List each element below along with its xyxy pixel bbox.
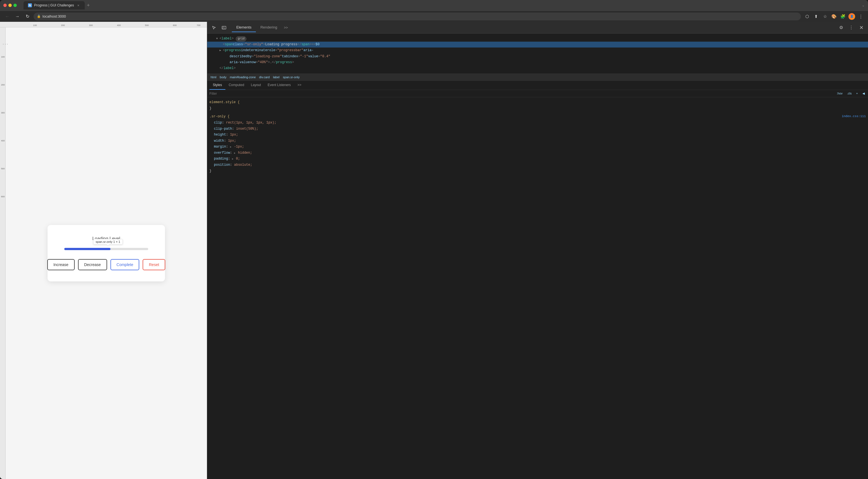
sr-only-properties: clip: rect(1px, 1px, 1px, 1px); clip-pat… <box>210 120 866 168</box>
profile-avatar: 👤 <box>848 13 855 20</box>
lock-icon: 🔒 <box>37 14 41 18</box>
profile-button[interactable]: 👤 <box>848 12 856 21</box>
padding-expand[interactable]: ▶ <box>232 158 234 160</box>
styles-tab-styles[interactable]: Styles <box>210 81 225 90</box>
dom-line-progress: ▶ <progress indeterminate role="progress… <box>207 47 868 53</box>
ruler-mark-v-100: 100 <box>1 56 5 58</box>
dom-line-span-sr-only[interactable]: ··· <span class="sr-only">Loading progre… <box>207 42 868 47</box>
svg-rect-0 <box>222 26 226 29</box>
dom-line-progress-cont: describedby="loading-zone" tabindex="-1"… <box>207 54 868 60</box>
tab-label: Progress | GUI Challenges <box>34 3 74 7</box>
ruler-mark-600: 600 <box>173 24 177 27</box>
ruler-mark-700: 700 <box>196 24 200 27</box>
progress-container: span.sr-only 1 × 1 <box>64 248 148 250</box>
prop-height: height: 1px; <box>214 132 866 138</box>
inspect-element-button[interactable] <box>210 23 218 32</box>
filter-cls[interactable]: .cls <box>846 91 853 96</box>
overflow-expand[interactable]: ▶ <box>234 152 236 154</box>
address-bar[interactable]: 🔒 localhost:3000 <box>34 12 801 21</box>
extension-button-2[interactable]: 🧩 <box>839 12 847 21</box>
styles-tab-layout[interactable]: Layout <box>247 81 264 90</box>
refresh-button[interactable]: ↻ <box>24 12 31 21</box>
breadcrumb-bar: html body main#loading-zone div.card lab… <box>207 74 868 81</box>
close-button[interactable] <box>3 4 7 7</box>
filter-actions: :hov .cls + ◀ <box>836 91 866 96</box>
filter-back[interactable]: ◀ <box>861 91 866 96</box>
new-tab-button[interactable]: + <box>85 3 92 8</box>
complete-button[interactable]: Complete <box>111 259 140 270</box>
style-source[interactable]: index.css:111 <box>842 114 866 119</box>
styles-panel: Styles Computed Layout Event Listeners >… <box>207 81 868 479</box>
span-tooltip: span.sr-only 1 × 1 <box>93 239 123 245</box>
expand-progress-arrow[interactable]: ▶ <box>219 49 223 53</box>
loading-card: Loading Level span.sr-only 1 × 1 Increas… <box>48 225 165 281</box>
sr-only-selector-line: .sr-only { index.css:111 <box>210 114 866 120</box>
tabs-more[interactable]: >> <box>282 26 290 30</box>
prop-margin: margin: ▶ -1px; <box>214 144 866 150</box>
breadcrumb-span[interactable]: span.sr-only <box>282 75 301 79</box>
tab-favicon: 🔄 <box>28 3 32 7</box>
bookmark-button[interactable]: ☆ <box>821 12 829 21</box>
ruler-mark-v-200: 200 <box>1 84 5 86</box>
page-inner: Loading Level span.sr-only 1 × 1 Increas… <box>6 27 207 479</box>
filter-input[interactable] <box>210 92 833 96</box>
breadcrumb-body[interactable]: body <box>219 75 228 79</box>
styles-tab-more[interactable]: >> <box>294 81 305 90</box>
traffic-lights <box>3 4 17 7</box>
page-content: 100 200 300 400 500 600 700 100 200 300 … <box>0 22 207 479</box>
element-style-selector: element.style { <box>210 99 866 106</box>
back-button[interactable]: ← <box>3 12 11 21</box>
content-area: 100 200 300 400 500 600 700 100 200 300 … <box>0 22 868 479</box>
styles-tabs: Styles Computed Layout Event Listeners >… <box>207 81 868 90</box>
devtools-panel: Elements Rendering >> ⚙ ⋮ ✕ ▼ <label> gr… <box>207 22 868 479</box>
breadcrumb-div[interactable]: div.card <box>258 75 271 79</box>
reset-button[interactable]: Reset <box>143 259 165 270</box>
devtools-toolbar: Elements Rendering >> ⚙ ⋮ ✕ <box>207 22 868 34</box>
breadcrumb-html[interactable]: html <box>210 75 218 79</box>
element-style-close: } <box>210 106 866 112</box>
styles-tab-event-listeners[interactable]: Event Listeners <box>264 81 294 90</box>
browser-tab[interactable]: 🔄 Progress | GUI Challenges ✕ <box>24 1 85 9</box>
dom-line-progress-cont2: aria-valuenow="40%">…</progress> <box>207 60 868 65</box>
devtools-close-button[interactable]: ✕ <box>857 23 866 32</box>
expand-label-arrow[interactable]: ▼ <box>216 37 219 41</box>
minimize-button[interactable] <box>8 4 12 7</box>
tab-close-button[interactable]: ✕ <box>76 3 80 7</box>
ruler-mark-v-500: 500 <box>1 167 5 170</box>
prop-clip-path: clip-path: inset(50%); <box>214 126 866 132</box>
settings-button[interactable]: ⚙ <box>837 23 846 32</box>
dom-line-label: ▼ <label> grid <box>207 36 868 42</box>
tab-rendering[interactable]: Rendering <box>256 23 282 32</box>
devtools-actions: ⚙ ⋮ ✕ <box>837 23 866 32</box>
prop-overflow: overflow: ▶ hidden; <box>214 150 866 156</box>
extension-button-1[interactable]: 🎨 <box>830 12 838 21</box>
increase-button[interactable]: Increase <box>47 259 75 270</box>
nav-bar: ← → ↻ 🔒 localhost:3000 ⬡ ⬆ ☆ 🎨 🧩 👤 ⋮ <box>0 11 868 22</box>
maximize-button[interactable] <box>13 4 17 7</box>
devtools-menu-button[interactable]: ⋮ <box>847 23 856 32</box>
forward-button[interactable]: → <box>13 12 21 21</box>
nav-actions: ⬡ ⬆ ☆ 🎨 🧩 👤 ⋮ <box>803 12 865 21</box>
filter-hov[interactable]: :hov <box>836 91 844 96</box>
styles-tab-computed[interactable]: Computed <box>225 81 247 90</box>
progress-fill <box>64 248 111 250</box>
menu-button[interactable]: ⋮ <box>857 12 865 21</box>
prop-clip: clip: rect(1px, 1px, 1px, 1px); <box>214 120 866 126</box>
tab-more-icon[interactable]: ⌄ <box>862 3 865 7</box>
share-button[interactable]: ⬆ <box>812 12 820 21</box>
breadcrumb-label[interactable]: label <box>272 75 280 79</box>
decrease-button[interactable]: Decrease <box>78 259 107 270</box>
tab-elements[interactable]: Elements <box>232 23 256 32</box>
margin-expand[interactable]: ▶ <box>230 146 231 148</box>
ruler-mark-400: 400 <box>117 24 121 27</box>
filter-add[interactable]: + <box>855 91 859 96</box>
device-toggle-button[interactable] <box>219 23 228 32</box>
sr-only-rule: .sr-only { index.css:111 clip: rect(1px,… <box>210 114 866 174</box>
cast-button[interactable]: ⬡ <box>803 12 811 21</box>
prop-padding: padding: ▶ 0; <box>214 156 866 162</box>
buttons-row: Increase Decrease Complete Reset <box>64 259 148 270</box>
ruler-top: 100 200 300 400 500 600 700 <box>0 22 207 27</box>
breadcrumb-main[interactable]: main#loading-zone <box>229 75 257 79</box>
svg-rect-1 <box>223 27 224 29</box>
ruler-mark-500: 500 <box>145 24 149 27</box>
